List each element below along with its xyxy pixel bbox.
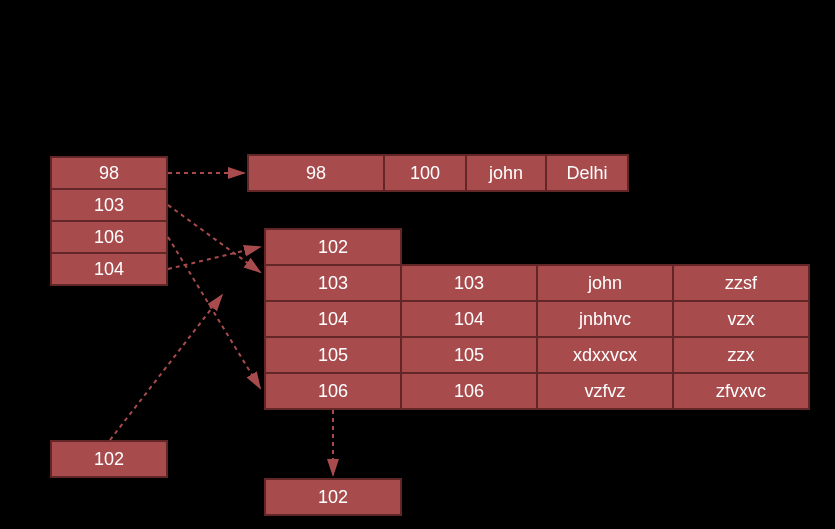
- block2-r0-c3: zzsf: [672, 264, 810, 302]
- block2-r3-c2: vzfvz: [536, 372, 674, 410]
- block2-r3-c3: zfvxvc: [672, 372, 810, 410]
- block2-r3-c0: 106: [264, 372, 402, 410]
- row98-cell-2: john: [465, 154, 547, 192]
- block2-header: 102: [264, 228, 402, 266]
- block2-r2-c1: 105: [400, 336, 538, 374]
- block2-r0-c1: 103: [400, 264, 538, 302]
- block2-r0-c0: 103: [264, 264, 402, 302]
- single-102-mid: 102: [264, 478, 402, 516]
- single-102-left: 102: [50, 440, 168, 478]
- block2-r2-c3: zzx: [672, 336, 810, 374]
- block2-r0-c2: john: [536, 264, 674, 302]
- left-list-item-3: 104: [50, 252, 168, 286]
- arrow-104-to-header: [168, 247, 260, 269]
- block2-r2-c0: 105: [264, 336, 402, 374]
- left-list-item-1: 103: [50, 188, 168, 222]
- arrow-106-to-row: [168, 237, 260, 388]
- row98-cell-3: Delhi: [545, 154, 629, 192]
- block2-r1-c2: jnbhvc: [536, 300, 674, 338]
- block2-r1-c1: 104: [400, 300, 538, 338]
- left-list-item-0: 98: [50, 156, 168, 190]
- block2-r2-c2: xdxxvcx: [536, 336, 674, 374]
- block2-r1-c0: 104: [264, 300, 402, 338]
- block2-r1-c3: vzx: [672, 300, 810, 338]
- arrow-102left-up: [110, 295, 222, 440]
- left-list-item-2: 106: [50, 220, 168, 254]
- row98-cell-1: 100: [383, 154, 467, 192]
- block2-r3-c1: 106: [400, 372, 538, 410]
- row98-cell-0: 98: [247, 154, 385, 192]
- arrow-103-to-row: [168, 205, 260, 272]
